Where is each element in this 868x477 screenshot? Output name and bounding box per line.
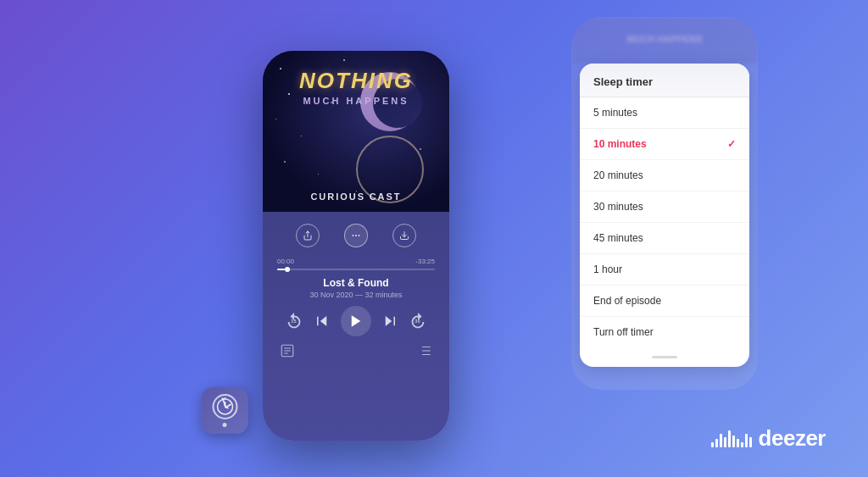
- timer-label-turn-off: Turn off timer: [593, 326, 654, 338]
- action-row: [275, 220, 437, 251]
- bar-1: [711, 442, 714, 447]
- timer-label-1hour: 1 hour: [593, 263, 622, 275]
- svg-point-3: [358, 235, 359, 236]
- bar-10: [749, 437, 752, 447]
- timer-option-5min[interactable]: 5 minutes: [580, 97, 749, 129]
- chapter-icon[interactable]: [280, 343, 295, 361]
- progress-thumb: [285, 267, 290, 272]
- download-button[interactable]: [392, 224, 416, 247]
- phone-top-blur: MUCH HAPPENS: [571, 17, 758, 64]
- sleep-timer-modal: Sleep timer 5 minutes 10 minutes ✓ 20 mi…: [580, 64, 749, 367]
- publisher: CURIOUS CAST: [263, 191, 449, 202]
- svg-text:30: 30: [415, 319, 420, 324]
- timer-option-10min[interactable]: 10 minutes ✓: [580, 129, 749, 160]
- modal-title: Sleep timer: [593, 75, 736, 88]
- svg-marker-8: [352, 315, 361, 327]
- svg-point-1: [352, 235, 353, 236]
- album-title-line2: MUCH HAPPENS: [263, 96, 449, 106]
- track-meta: 30 Nov 2020 — 32 minutes: [275, 291, 437, 299]
- timer-label-end-episode: End of episode: [593, 295, 661, 307]
- progress-fill: [277, 269, 285, 270]
- progress-section: 00:00 -33:25: [275, 258, 437, 270]
- modal-handle: [652, 356, 677, 358]
- skip-back-button[interactable]: [314, 313, 330, 329]
- svg-point-2: [355, 235, 357, 236]
- time-row: 00:00 -33:25: [277, 258, 435, 265]
- right-phone: MUCH HAPPENS Sleep timer 5 minutes 10 mi…: [571, 17, 758, 390]
- modal-items: 5 minutes 10 minutes ✓ 20 minutes 30 min…: [580, 97, 749, 347]
- svg-marker-6: [320, 316, 327, 326]
- queue-icon[interactable]: [417, 343, 432, 361]
- album-title-line1: NOTHING: [263, 68, 449, 94]
- bar-2: [715, 439, 718, 447]
- timer-option-turn-off[interactable]: Turn off timer: [580, 317, 749, 347]
- deezer-wordmark: deezer: [759, 425, 826, 452]
- timer-option-1hour[interactable]: 1 hour: [580, 254, 749, 286]
- more-button[interactable]: [344, 224, 368, 247]
- bar-9: [745, 434, 748, 447]
- timer-label-30min: 30 minutes: [593, 201, 643, 213]
- timer-label-20min: 20 minutes: [593, 169, 643, 181]
- skip-forward-button[interactable]: [382, 313, 398, 329]
- checkmark-icon: ✓: [727, 138, 736, 150]
- sleep-timer-icon: [212, 394, 237, 419]
- left-phone: NOTHING MUCH HAPPENS CURIOUS CAST: [263, 51, 449, 441]
- modal-header: Sleep timer: [580, 64, 749, 97]
- timer-option-20min[interactable]: 20 minutes: [580, 160, 749, 191]
- bar-8: [741, 442, 743, 447]
- timer-option-30min[interactable]: 30 minutes: [580, 191, 749, 223]
- deezer-bars-icon: [711, 430, 752, 447]
- svg-marker-9: [386, 316, 392, 326]
- publisher-name: CURIOUS: [310, 191, 365, 202]
- left-phone-wrapper: NOTHING MUCH HAPPENS CURIOUS CAST: [131, 25, 318, 415]
- timer-label-10min: 10 minutes: [593, 138, 647, 150]
- bar-6: [732, 435, 735, 447]
- bottom-row: [275, 343, 437, 361]
- playback-controls: 15: [275, 306, 437, 336]
- rewind-button[interactable]: 15: [285, 312, 303, 330]
- player-area: 00:00 -33:25 Lost & Found 30 Nov 2020 — …: [263, 212, 449, 441]
- fast-forward-button[interactable]: 30: [409, 312, 427, 330]
- play-button[interactable]: [341, 306, 371, 336]
- blurred-text: MUCH HAPPENS: [571, 17, 758, 61]
- timer-option-45min[interactable]: 45 minutes: [580, 223, 749, 254]
- deezer-logo: deezer: [711, 425, 826, 452]
- timer-label-5min: 5 minutes: [593, 107, 637, 119]
- svg-point-22: [217, 399, 232, 414]
- track-title: Lost & Found: [275, 277, 437, 289]
- bar-3: [720, 434, 722, 447]
- track-info: Lost & Found 30 Nov 2020 — 32 minutes: [275, 277, 437, 299]
- bar-5: [728, 430, 731, 447]
- sleep-timer-button[interactable]: [202, 387, 248, 434]
- svg-line-24: [225, 407, 228, 408]
- bar-4: [724, 437, 726, 447]
- timer-label-45min: 45 minutes: [593, 232, 643, 244]
- svg-text:15: 15: [292, 319, 297, 324]
- sleep-timer-dot: [223, 423, 227, 427]
- time-remaining: -33:25: [415, 258, 435, 265]
- timer-option-end-episode[interactable]: End of episode: [580, 286, 749, 317]
- progress-bar[interactable]: [277, 269, 435, 270]
- bar-7: [737, 439, 739, 447]
- publisher-sub: CAST: [370, 191, 402, 202]
- album-art: NOTHING MUCH HAPPENS CURIOUS CAST: [263, 51, 449, 212]
- time-current: 00:00: [277, 258, 294, 265]
- share-button[interactable]: [296, 224, 320, 247]
- album-text: NOTHING MUCH HAPPENS: [263, 68, 449, 106]
